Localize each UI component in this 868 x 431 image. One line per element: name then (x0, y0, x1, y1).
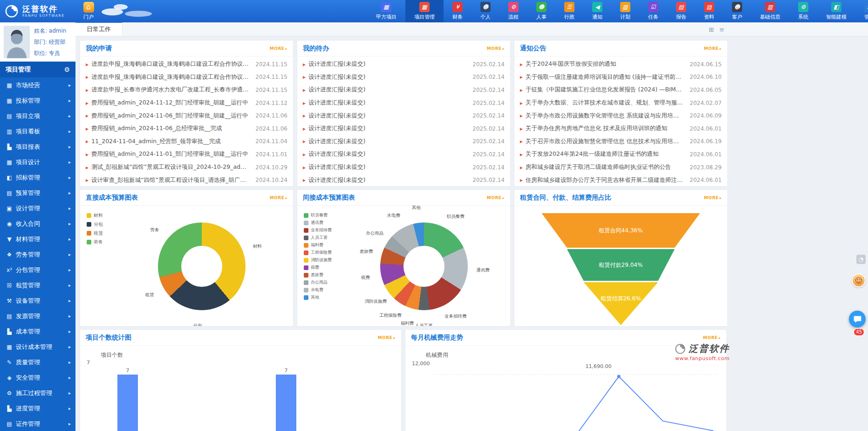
todo-item[interactable]: 设计进度汇报(未提交) 2025.02.14 (297, 122, 510, 135)
top-nav-icon: ▥ (765, 2, 775, 12)
item-bullet-icon (86, 74, 89, 80)
top-nav-item[interactable]: ☻ 客户 (723, 0, 751, 22)
notice-item[interactable]: 于征集《中国建筑施工行业信息化发展报告 (2024) —BIM应用与发展》材料.… (514, 83, 727, 97)
sidebar-menu-item[interactable]: ▦ 市场经营 ▸ (0, 77, 75, 93)
sidebar-menu-item[interactable]: ▥ 项目看板 ▸ (0, 124, 75, 139)
funnel-plot: 租赁合同44.36%租赁付款29.04%租赁结算26.6% (542, 213, 700, 326)
top-nav-item[interactable]: ¥ 财务 (444, 0, 472, 22)
more-button[interactable]: MORE (704, 195, 722, 200)
quick-widget-icon[interactable]: ◔ (856, 255, 866, 264)
sidebar-menu-item[interactable]: ▙ 进度管理 ▸ (0, 401, 75, 416)
notice-item[interactable]: 关于领取一级注册建造师培训项目的通知 (须持一建证书前来领取) 2024.06.… (514, 71, 727, 84)
sidebar-menu-item[interactable]: ◉ 收入合同 ▸ (0, 216, 75, 231)
sidebar-menu-item[interactable]: ☒ 租赁管理 ▸ (0, 278, 75, 293)
sidebar-menu-item[interactable]: x² 分包管理 ▸ (0, 262, 75, 278)
request-item[interactable]: 费用报销_admin_2024-11-06_部门经理审批_胡建__运行中 202… (80, 109, 293, 122)
request-item[interactable]: 11_2024-11-04_admin_经营部_领导审批__完成 2024.11… (80, 135, 293, 148)
sidebar-menu-item[interactable]: ▦ 投标管理 ▸ (0, 93, 75, 108)
sidebar-menu-item[interactable]: ❖ 劳务管理 ▸ (0, 247, 75, 262)
sidebar-menu-item[interactable]: ▣ 设计管理 ▸ (0, 201, 75, 216)
more-button[interactable]: MORE (270, 195, 287, 200)
request-item[interactable]: 费用报销_admin_2024-11-01_部门经理审批_胡建__运行中 202… (80, 148, 293, 161)
top-nav-item[interactable]: ◧ 智能建模 (817, 0, 855, 22)
top-nav-item[interactable]: ⚙ 流程 (499, 0, 527, 22)
grid-layout-icon[interactable]: ⊞ (709, 26, 714, 33)
request-item[interactable]: 费用报销_admin_2024-11-06_总经理审批__完成 2024.11.… (80, 122, 293, 135)
notice-item[interactable]: 关于召开市政公用设施智慧化管理信息 信息技术与应用培训班的通知 2024.06.… (514, 135, 727, 148)
menu-list-icon[interactable]: ≡ (719, 26, 724, 33)
todo-item[interactable]: 设计进度汇报(未提交) 2025.02.14 (297, 109, 510, 122)
notice-item[interactable]: 房和城乡建设厅关于取消二级建造师临时执业证书的公告 2023.08.29 (514, 161, 727, 174)
more-button[interactable]: MORE (703, 335, 721, 340)
sidebar-menu-item[interactable]: ◧ 招标管理 ▸ (0, 170, 75, 185)
sidebar-menu-item[interactable]: ⚒ 设备管理 ▸ (0, 293, 75, 308)
more-button[interactable]: MORE (487, 46, 505, 51)
menu-item-label: 材料管理 (16, 235, 67, 243)
top-nav-item[interactable]: ☰ 行政 (555, 0, 583, 22)
notice-item[interactable]: 关于发放2024年第24批一级建造师注册证书的通知 2024.06.01 (514, 148, 727, 161)
request-item[interactable]: 设计审查_彭祖新城“四馆”景观工程设计项目_请选择_胡广生_2024-10-2.… (80, 174, 293, 187)
settings-gear-icon[interactable]: ⚙ (64, 66, 70, 73)
top-nav-item[interactable]: ▦ 甲方项目 (367, 0, 405, 22)
slice-label: 税费 (361, 274, 370, 280)
request-item[interactable]: 进度款申报_珠海鹤港口建设_珠海鹤港口建设工程合作协议书_admin_... 2… (80, 58, 293, 71)
sidebar-menu-item[interactable]: ✎ 质量管理 ▸ (0, 355, 75, 370)
top-nav-item[interactable]: ☰ 管理 (855, 0, 868, 22)
sidebar-menu-item[interactable]: ▤ 项目立项 ▸ (0, 108, 75, 124)
notice-item[interactable]: 关于2024年国庆节放假安排的通知 2024.06.15 (514, 58, 727, 71)
sidebar-menu-item[interactable]: ▦ 项目设计 ▸ (0, 154, 75, 170)
sidebar-menu-item[interactable]: ▙ 项目报表 ▸ (0, 139, 75, 154)
tab-daily-work[interactable]: 日常工作 (75, 22, 123, 36)
sidebar-menu-item[interactable]: ⚙ 施工过程管理 ▸ (0, 385, 75, 401)
sidebar-menu-item[interactable]: ▤ 发票管理 ▸ (0, 308, 75, 324)
item-text: 房和城乡建设厅关于取消二级建造师临时执业证书的公告 (526, 163, 684, 171)
top-nav-item[interactable]: ▥ 基础信息 (751, 0, 789, 22)
chat-button[interactable] (849, 311, 866, 327)
menu-item-icon: ▙ (5, 328, 14, 335)
top-nav-item[interactable]: ▥ 计划 (611, 0, 639, 22)
todo-item[interactable]: 设计进度汇报(未提交) 2025.02.14 (297, 148, 510, 161)
top-nav-item[interactable]: ▤ 资料 (695, 0, 723, 22)
notice-item[interactable]: 住房和城乡建设部办公厅关于同意吉林省开展二级建造师注册证书电子化试点... 20… (514, 174, 727, 187)
todo-item[interactable]: 设计进度汇报(未提交) 2025.02.14 (297, 58, 510, 71)
chevron-right-icon: ▸ (67, 144, 71, 149)
todo-item[interactable]: 设计进度汇报(未提交) 2025.02.14 (297, 161, 510, 174)
item-text: 设计进度汇报(未提交) (308, 138, 467, 146)
todo-item[interactable]: 设计进度汇报(未提交) 2025.02.14 (297, 135, 510, 148)
top-nav-item[interactable]: ▤ 报告 (667, 0, 695, 22)
sidebar-menu-item[interactable]: ▼ 材料管理 ▸ (0, 231, 75, 247)
sidebar-menu-item[interactable]: ▦ 设计成本管理 ▸ (0, 339, 75, 355)
sidebar-menu-item[interactable]: ▤ 证件管理 ▸ (0, 416, 75, 431)
item-date: 2024.11.04 (255, 138, 287, 145)
sidebar-menu-item[interactable]: ◈ 安全管理 ▸ (0, 370, 75, 385)
sidebar-menu-item[interactable]: ▙ 成本管理 ▸ (0, 324, 75, 339)
todo-item[interactable]: 设计进度汇报(未提交) 2025.02.14 (297, 97, 510, 110)
request-item[interactable]: 费用报销_admin_2024-11-12_部门经理审批_胡建__运行中 202… (80, 97, 293, 110)
item-date: 2024.11.01 (255, 151, 287, 158)
service-avatar-icon[interactable]: ☺ (852, 273, 866, 287)
nav-item-portal[interactable]: ⌂ 门户 (75, 2, 102, 21)
todo-item[interactable]: 设计进度汇报(未提交) 2025.02.14 (297, 71, 510, 84)
top-nav-item[interactable]: ⚙ 系统 (789, 0, 817, 22)
notice-item[interactable]: 关于举办大数据、云计算技术在城市建设、规划、管理与服务中的应用培训班... 20… (514, 97, 727, 110)
top-nav-label: 任务 (648, 14, 658, 21)
top-nav-item[interactable]: ◀ 通知 (583, 0, 611, 22)
top-nav-item[interactable]: ▦ 项目管理 (405, 0, 444, 22)
request-item[interactable]: 进度款申报_长春市伊通河水力发电厂改建工程_长春市伊通河水力发电... 2024… (80, 83, 293, 97)
item-text: 进度款申报_珠海鹤港口建设_珠海鹤港口建设工程合作协议书_admin_... (91, 73, 250, 81)
more-button[interactable]: MORE (704, 46, 722, 51)
top-nav-item[interactable]: ☻ 个人 (472, 0, 499, 22)
notice-item[interactable]: 关于举办市政公用设施数字化管理信息 系统建设与应用培训班的通知 2024.06.… (514, 109, 727, 122)
chat-badge[interactable]: 45 (854, 328, 864, 336)
sidebar-menu-item[interactable]: ▤ 预算管理 ▸ (0, 185, 75, 201)
todo-item[interactable]: 设计进度汇报(未提交) 2025.02.14 (297, 174, 510, 187)
more-button[interactable]: MORE (487, 195, 505, 200)
request-item[interactable]: 进度款申报_珠海鹤港口建设_珠海鹤港口建设工程合作协议书_admin_... 2… (80, 71, 293, 84)
todo-item[interactable]: 设计进度汇报(未提交) 2025.02.14 (297, 83, 510, 97)
request-item[interactable]: 测试_彭祖新城“四馆”景观工程设计项目_2024-10-29_admin_结束_… (80, 161, 293, 174)
notice-item[interactable]: 关于举办住房与房地产信息化 技术及应用培训班的通知 2024.06.01 (514, 122, 727, 135)
more-button[interactable]: MORE (270, 46, 287, 51)
more-button[interactable]: MORE (378, 335, 396, 340)
top-nav-item[interactable]: ☻ 人事 (527, 0, 555, 22)
top-nav-item[interactable]: ☑ 任务 (639, 0, 667, 22)
